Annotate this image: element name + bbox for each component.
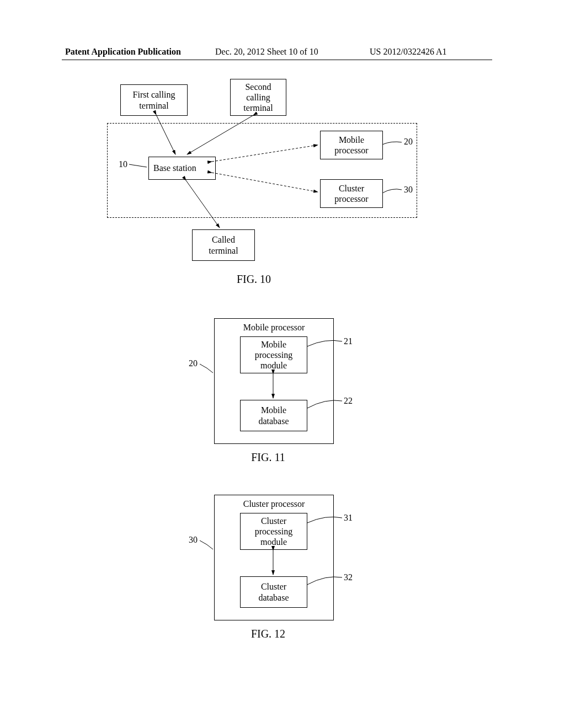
fig12-connectors	[0, 0, 565, 645]
fig12-caption: FIG. 12	[235, 628, 301, 640]
